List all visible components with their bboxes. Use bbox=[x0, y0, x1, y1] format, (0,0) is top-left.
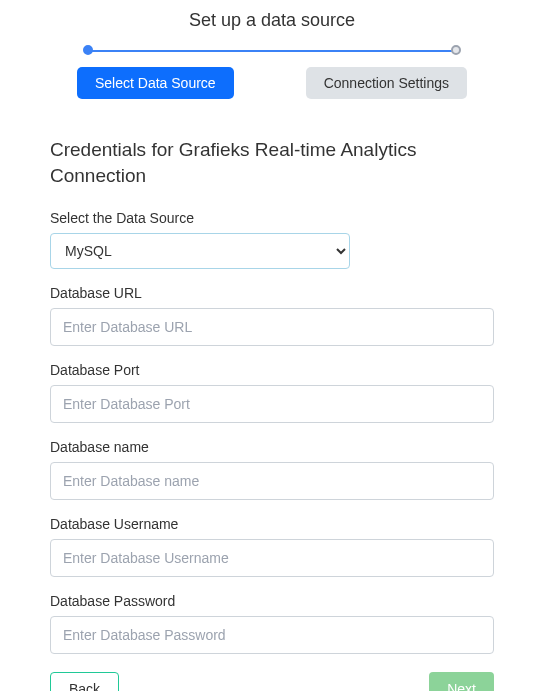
url-label: Database URL bbox=[50, 285, 494, 301]
step-dot-connection bbox=[451, 45, 461, 55]
step-connection-settings[interactable]: Connection Settings bbox=[306, 67, 467, 99]
datasource-label: Select the Data Source bbox=[50, 210, 494, 226]
password-input[interactable] bbox=[50, 616, 494, 654]
name-input[interactable] bbox=[50, 462, 494, 500]
stepper: Select Data Source Connection Settings bbox=[77, 45, 467, 99]
port-input[interactable] bbox=[50, 385, 494, 423]
next-button[interactable]: Next bbox=[429, 672, 494, 691]
page-title: Set up a data source bbox=[0, 10, 544, 31]
username-group: Database Username bbox=[50, 516, 494, 577]
name-group: Database name bbox=[50, 439, 494, 500]
form-content: Credentials for Grafieks Real-time Analy… bbox=[0, 107, 544, 691]
button-row: Back Next bbox=[50, 672, 494, 691]
port-group: Database Port bbox=[50, 362, 494, 423]
back-button[interactable]: Back bbox=[50, 672, 119, 691]
name-label: Database name bbox=[50, 439, 494, 455]
password-label: Database Password bbox=[50, 593, 494, 609]
url-group: Database URL bbox=[50, 285, 494, 346]
port-label: Database Port bbox=[50, 362, 494, 378]
password-group: Database Password bbox=[50, 593, 494, 654]
url-input[interactable] bbox=[50, 308, 494, 346]
username-input[interactable] bbox=[50, 539, 494, 577]
datasource-select[interactable]: MySQL bbox=[50, 233, 350, 269]
datasource-group: Select the Data Source MySQL bbox=[50, 210, 494, 269]
step-select-datasource[interactable]: Select Data Source bbox=[77, 67, 234, 99]
step-dot-select bbox=[83, 45, 93, 55]
section-title: Credentials for Grafieks Real-time Analy… bbox=[50, 137, 494, 188]
username-label: Database Username bbox=[50, 516, 494, 532]
